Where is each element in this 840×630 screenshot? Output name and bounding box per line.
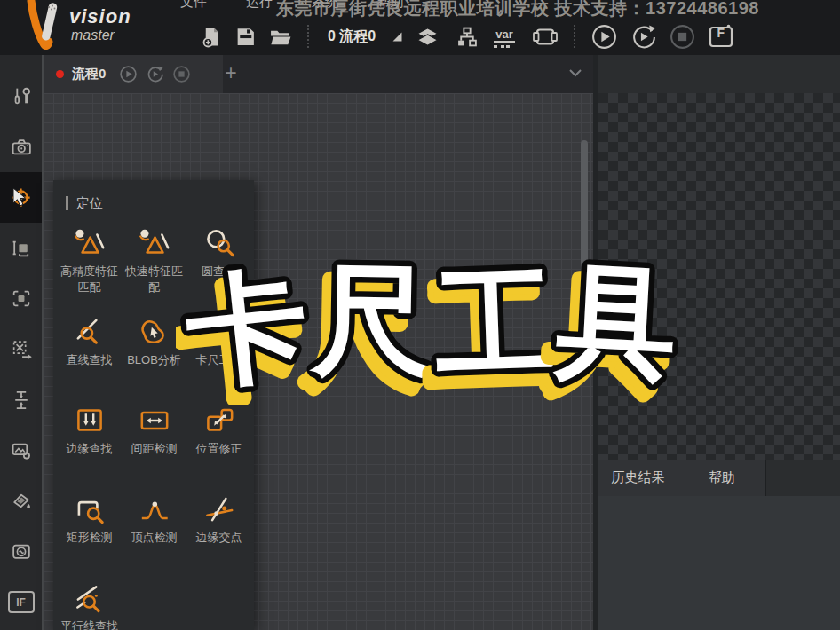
crosshair-icon xyxy=(9,185,33,209)
tool-position-fix[interactable]: 位置修正 xyxy=(186,401,251,490)
app-logo: vision master xyxy=(25,0,131,50)
sidebar-item-timer[interactable] xyxy=(0,526,42,577)
tool-label: BLOB分析 xyxy=(127,352,181,368)
camera-window-button[interactable] xyxy=(532,25,559,49)
new-file-icon xyxy=(201,26,223,48)
var-icon: var xyxy=(495,28,513,46)
tool-label: 边缘查找 xyxy=(67,441,113,457)
toolbox-icon xyxy=(10,85,33,107)
tool-rect-detect[interactable]: 矩形检测 xyxy=(57,490,122,579)
camera-window-icon xyxy=(532,25,559,49)
header-bar: 文件 运行 系统 帮助 vision master 东莞市厚街凭良远程职业培训学… xyxy=(0,0,840,55)
tool-label: 圆查找 xyxy=(202,264,236,280)
palette-title: 定位 xyxy=(76,195,103,212)
sidebar-item-camera[interactable] xyxy=(0,122,42,172)
gap-detect-icon xyxy=(136,402,173,439)
measure-icon xyxy=(10,237,33,259)
flow-dropdown-button[interactable] xyxy=(391,30,404,43)
front-run-window-button[interactable]: F xyxy=(708,23,734,50)
flow-status-dot xyxy=(56,70,64,78)
stop-button[interactable] xyxy=(669,23,696,51)
open-folder-icon xyxy=(268,26,293,48)
feature-match-icon xyxy=(71,224,108,262)
new-solution-button[interactable] xyxy=(201,26,223,48)
stop-icon xyxy=(669,23,696,51)
edge-find-icon xyxy=(71,402,108,439)
logo-text-master: master xyxy=(71,28,131,43)
circle-find-icon xyxy=(201,224,238,262)
panel-divider[interactable] xyxy=(593,55,598,630)
tool-label: 平行线查找 xyxy=(60,618,118,630)
add-flow-tab-button[interactable]: + xyxy=(219,59,242,86)
tab-help[interactable]: 帮助 xyxy=(678,460,766,496)
layers-button[interactable] xyxy=(416,26,440,48)
tool-gap-detect[interactable]: 间距检测 xyxy=(122,401,186,490)
transform-icon xyxy=(10,338,33,360)
flow-counter-label: 0 流程0 xyxy=(328,28,376,46)
parallel-line-find-icon xyxy=(71,579,108,617)
sidebar-item-frame-center[interactable] xyxy=(0,273,42,324)
sidebar-item-image-process[interactable] xyxy=(0,425,42,476)
flow-tab-bar: 流程0 + xyxy=(44,55,593,94)
tool-circle-find[interactable]: 圆查找 xyxy=(186,224,251,312)
layers-icon xyxy=(416,26,440,48)
vertex-detect-icon xyxy=(136,491,173,528)
global-variables-button[interactable]: var xyxy=(495,28,513,46)
module-tree-button[interactable] xyxy=(456,26,479,48)
result-panel: 历史结果 帮助 xyxy=(598,55,840,630)
tool-feature-match-hi[interactable]: 高精度特征匹配 xyxy=(57,224,122,312)
tab-list-chevron-button[interactable] xyxy=(568,68,582,77)
palette-grid: 高精度特征匹配 快速特征匹配 圆查找 xyxy=(53,211,254,630)
run-once-button[interactable] xyxy=(590,23,618,51)
tab-run-once-icon[interactable] xyxy=(119,65,138,83)
tool-line-find[interactable]: 直线查找 xyxy=(57,312,122,401)
tab-stop-icon[interactable] xyxy=(172,65,191,83)
sidebar-item-transform[interactable] xyxy=(0,324,42,374)
vertical-align-icon xyxy=(10,389,33,411)
main-toolbar: 0 流程0 var xyxy=(201,20,734,52)
header-watermark-text: 东莞市厚街凭良远程职业培训学校 技术支持：13724486198 xyxy=(276,0,759,20)
save-button[interactable] xyxy=(234,26,257,48)
locate-tools-popup: 定位 高精度特征匹配 快速特征匹配 xyxy=(53,180,254,630)
palette-header: 定位 xyxy=(53,180,254,211)
run-continuous-button[interactable] xyxy=(630,23,657,51)
tool-parallel-line-find[interactable]: 平行线查找 xyxy=(57,579,122,630)
result-content-area xyxy=(598,496,840,630)
flow-tab-label: 流程0 xyxy=(72,66,106,83)
tool-label: 直线查找 xyxy=(67,352,113,368)
position-fix-icon xyxy=(201,402,238,439)
tool-edge-find[interactable]: 边缘查找 xyxy=(57,401,122,490)
sidebar-item-measure[interactable] xyxy=(0,223,42,273)
menu-item-file[interactable]: 文件 xyxy=(180,0,207,11)
canvas-scrollbar[interactable] xyxy=(581,140,588,266)
sidebar-item-locate[interactable] xyxy=(0,172,42,223)
logo-text-vision: vision xyxy=(69,7,131,27)
sidebar-item-if-logic[interactable]: IF xyxy=(0,577,42,627)
tool-label: 顶点检测 xyxy=(131,530,178,546)
tool-edge-intersection[interactable]: 边缘交点 xyxy=(186,490,251,579)
tab-history-results[interactable]: 历史结果 xyxy=(598,460,678,496)
run-once-icon xyxy=(590,23,618,51)
tool-label: 矩形检测 xyxy=(67,530,113,546)
tool-label: 快速特征匹配 xyxy=(122,264,186,295)
flow-tab-active[interactable]: 流程0 xyxy=(44,55,223,93)
tool-caliper[interactable]: 卡尺工具 xyxy=(186,312,251,401)
tab-run-continuous-icon[interactable] xyxy=(146,65,164,83)
sidebar-item-toolbox[interactable] xyxy=(0,71,42,122)
tool-vertex-detect[interactable]: 顶点检测 xyxy=(122,490,186,579)
open-solution-button[interactable] xyxy=(268,26,293,48)
sidebar-item-color-fill[interactable] xyxy=(0,476,42,526)
sidebar-item-vertical-align[interactable] xyxy=(0,374,42,425)
tool-blob-analysis[interactable]: BLOB分析 xyxy=(122,312,186,401)
tab-bar-filler xyxy=(766,460,840,496)
image-display-area[interactable] xyxy=(598,93,840,460)
tool-category-sidebar: IF xyxy=(0,55,44,630)
if-icon: IF xyxy=(8,591,35,613)
blob-icon xyxy=(136,313,173,350)
menu-item-run[interactable]: 运行 xyxy=(246,0,273,11)
tool-label: 位置修正 xyxy=(196,441,242,457)
tool-feature-match-fast[interactable]: 快速特征匹配 xyxy=(122,224,186,312)
save-icon xyxy=(234,26,257,48)
visionmaster-window: 文件 运行 系统 帮助 vision master 东莞市厚街凭良远程职业培训学… xyxy=(0,0,840,630)
feature-match-icon xyxy=(136,224,173,262)
